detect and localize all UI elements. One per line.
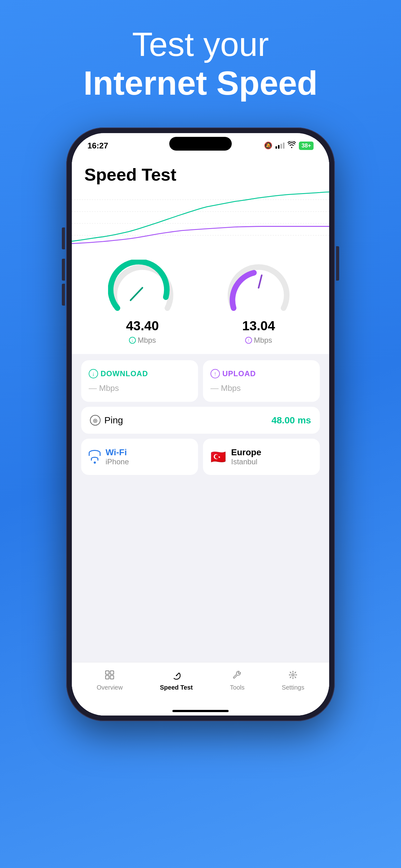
tab-settings[interactable]: Settings: [275, 668, 310, 694]
location-card: 🇹🇷 Europe Istanbul: [203, 439, 320, 475]
hero-section: Test your Internet Speed: [83, 25, 318, 102]
speed-chart: [72, 188, 329, 250]
status-time: 16:27: [88, 141, 108, 151]
app-content: Speed Test: [72, 155, 329, 715]
download-card: ↓ DOWNLOAD — Mbps: [81, 360, 198, 402]
phone-screen: 16:27 🔕 38+: [72, 133, 329, 715]
download-gauge: 43.40 ↓ Mbps: [108, 260, 177, 345]
download-label: DOWNLOAD: [101, 369, 148, 378]
ping-icon: ◎: [90, 415, 101, 426]
status-bar: 16:27 🔕 38+: [72, 133, 329, 155]
tab-overview[interactable]: Overview: [91, 668, 129, 694]
overview-icon: [105, 670, 114, 682]
wifi-info: Wi-Fi iPhone: [106, 447, 129, 466]
settings-icon: [288, 670, 298, 682]
svg-line-4: [131, 288, 142, 300]
signal-bars-icon: [275, 143, 285, 149]
upload-unit-label: Mbps: [254, 336, 272, 345]
upload-circle-icon: ↑: [210, 369, 220, 378]
turkey-flag-icon: 🇹🇷: [210, 451, 226, 463]
download-card-title: ↓ DOWNLOAD: [89, 369, 191, 378]
download-dash: —: [89, 383, 97, 393]
speedtest-icon: [171, 670, 181, 682]
download-value: 43.40: [126, 318, 159, 333]
ping-value: 48.00 ms: [271, 415, 311, 426]
hero-line1: Test your: [83, 25, 318, 64]
ping-label: Ping: [104, 415, 123, 426]
upload-card-title: ↑ UPLOAD: [210, 369, 312, 378]
tab-tools-label: Tools: [230, 684, 244, 691]
bell-mute-icon: 🔕: [264, 142, 272, 150]
tab-speedtest-label: Speed Test: [160, 684, 193, 691]
upload-unit: ↑ Mbps: [245, 336, 272, 345]
svg-point-13: [292, 674, 294, 676]
info-section: ↓ DOWNLOAD — Mbps ↑ UPLOAD —: [72, 354, 329, 662]
svg-line-5: [259, 275, 262, 288]
status-icons: 🔕 38+: [264, 141, 313, 150]
tab-overview-label: Overview: [97, 684, 123, 691]
battery-icon: 38+: [299, 142, 313, 150]
home-indicator: [72, 706, 329, 715]
gauges-section: 43.40 ↓ Mbps 13.04: [72, 250, 329, 354]
wifi-status-icon: [288, 141, 296, 150]
dynamic-island: [169, 137, 232, 151]
wifi-symbol: [89, 450, 101, 464]
hero-line2: Internet Speed: [83, 64, 318, 102]
wifi-card: Wi-Fi iPhone: [81, 439, 198, 475]
svg-rect-7: [110, 671, 114, 674]
tab-speed-test[interactable]: Speed Test: [154, 668, 199, 694]
connection-cards-row: Wi-Fi iPhone 🇹🇷 Europe Istanbul: [81, 439, 320, 475]
svg-rect-9: [110, 676, 114, 679]
location-name: Europe: [231, 447, 261, 458]
phone-shell: 16:27 🔕 38+: [66, 127, 335, 721]
wifi-name: Wi-Fi: [106, 447, 129, 458]
upload-label: UPLOAD: [222, 369, 256, 378]
home-bar: [172, 710, 229, 712]
svg-rect-8: [106, 676, 109, 679]
ping-left: ◎ Ping: [90, 415, 123, 426]
download-placeholder: — Mbps: [89, 383, 191, 393]
download-circle-icon: ↓: [89, 369, 98, 378]
app-header: Speed Test: [72, 155, 329, 188]
download-unit-label: Mbps: [138, 336, 156, 345]
upload-value: 13.04: [242, 318, 275, 333]
tab-settings-label: Settings: [282, 684, 304, 691]
tab-tools[interactable]: Tools: [224, 668, 251, 694]
speed-cards-row: ↓ DOWNLOAD — Mbps ↑ UPLOAD —: [81, 360, 320, 402]
upload-gauge: 13.04 ↑ Mbps: [224, 260, 293, 345]
tab-bar: Overview Speed Test: [72, 662, 329, 706]
tools-icon: [232, 670, 242, 682]
upload-card: ↑ UPLOAD — Mbps: [203, 360, 320, 402]
upload-placeholder: — Mbps: [210, 383, 312, 393]
app-title: Speed Test: [84, 164, 317, 185]
location-info: Europe Istanbul: [231, 447, 261, 466]
svg-point-12: [176, 675, 177, 676]
wifi-sub: iPhone: [106, 458, 129, 466]
location-sub: Istanbul: [231, 458, 261, 466]
download-unit: ↓ Mbps: [129, 336, 156, 345]
svg-rect-6: [106, 671, 109, 674]
ping-card: ◎ Ping 48.00 ms: [81, 407, 320, 434]
upload-dash: —: [210, 383, 219, 393]
